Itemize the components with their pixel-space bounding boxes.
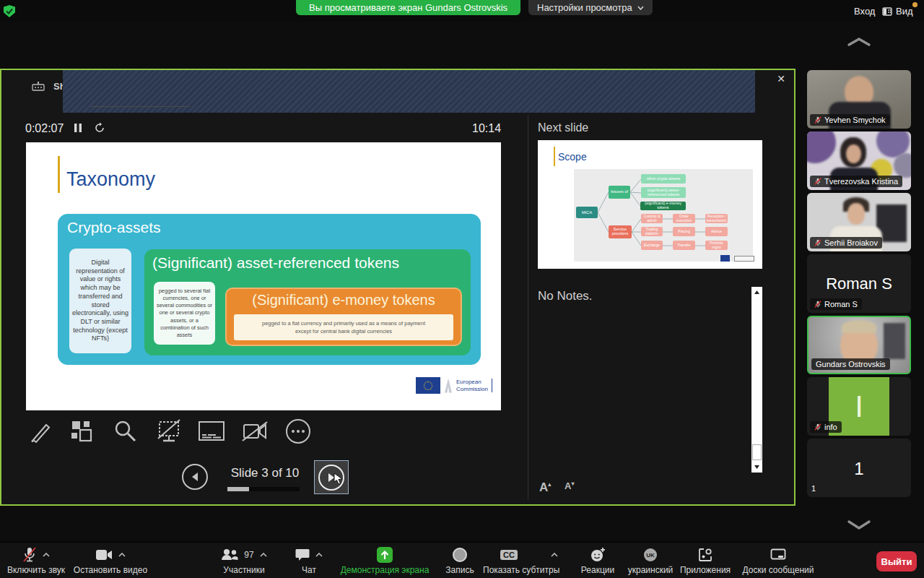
whiteboards-button[interactable]: Доски сообщений	[736, 546, 821, 577]
scrollbar-up-icon[interactable]	[751, 287, 762, 298]
next-slide-label: Next slide	[538, 121, 588, 134]
chat-label: Чат	[302, 565, 316, 575]
participant-display-name: Roman S	[807, 275, 911, 293]
participant-tile[interactable]: Serhii Broiakov	[807, 193, 911, 251]
scope-service-item: Reception / transmission	[705, 214, 728, 223]
european-commission-logo: European Commission	[416, 377, 492, 394]
ec-logo-line1: European	[456, 379, 488, 385]
black-screen-button[interactable]	[153, 415, 185, 447]
decrease-font-button[interactable]: A▾	[565, 480, 574, 491]
captions-button[interactable]: CC Показать субтитры	[483, 546, 575, 577]
see-all-slides-button[interactable]	[66, 415, 97, 447]
pen-tool-button[interactable]	[25, 415, 57, 447]
emt-definition-line1: pegged to a fiat currency and primarily …	[262, 320, 425, 327]
scrollbar-thumb[interactable]	[752, 444, 762, 460]
record-button[interactable]: Запись	[437, 546, 483, 577]
viewing-screen-banner: Вы просматриваете экран Gundars Ostrovsk…	[296, 0, 520, 15]
apps-button[interactable]: Приложения	[675, 546, 736, 577]
muted-mic-icon	[814, 301, 821, 308]
camera-off-button[interactable]	[239, 415, 271, 447]
gallery-scroll-up-button[interactable]	[846, 36, 872, 51]
chat-icon	[295, 548, 310, 561]
divider	[528, 115, 528, 499]
close-icon[interactable]: ✕	[772, 71, 790, 87]
chevron-down-icon	[637, 6, 644, 10]
scope-other-assets-box: other crypto assets	[641, 174, 686, 184]
zoom-slide-button[interactable]	[110, 415, 141, 447]
chevron-up-icon[interactable]	[43, 553, 50, 557]
crypto-definition-box: Digital representation of value or right…	[69, 249, 131, 353]
mouse-cursor-icon	[334, 473, 343, 485]
current-time: 10:14	[472, 122, 501, 135]
participant-tile[interactable]: Roman S Roman S	[807, 254, 911, 313]
chat-button[interactable]: Чат	[284, 546, 334, 577]
cc-icon: CC	[500, 550, 518, 560]
signin-button[interactable]: Вход	[854, 6, 875, 17]
stop-video-label: Остановить видео	[74, 565, 147, 575]
interpretation-label: украинский	[628, 565, 674, 575]
participant-name-label: Roman S	[810, 298, 862, 310]
participant-tile[interactable]: Tverezovska Kristina	[807, 131, 911, 190]
gallery-scroll-down-button[interactable]	[846, 519, 872, 535]
slide-progress-fill	[227, 487, 249, 491]
view-settings-button[interactable]: Настройки просмотра	[528, 0, 653, 15]
apps-icon	[698, 548, 712, 562]
scope-service-item: Custody & admin	[641, 214, 663, 223]
restart-timer-icon[interactable]	[94, 122, 105, 137]
camera-icon	[95, 549, 113, 561]
screen-share-label: Демонстрация экрана	[341, 565, 430, 575]
notes-scrollbar[interactable]	[751, 287, 762, 473]
previous-slide-button[interactable]	[182, 464, 208, 490]
art-definition-text: pegged to several fiat currencies, one o…	[156, 288, 213, 339]
meeting-controls-bar: Включить звук Остановить видео 97	[0, 542, 924, 578]
participant-name-label: Tverezovska Kristina	[810, 176, 902, 187]
art-definition-box: pegged to several fiat currencies, one o…	[154, 282, 215, 345]
chevron-up-icon[interactable]	[118, 553, 126, 557]
scope-service-item: Exchange	[641, 241, 663, 250]
reactions-icon	[590, 547, 606, 563]
presentation-timer: 0:02:07	[25, 122, 64, 135]
next-slide-button[interactable]	[314, 460, 349, 494]
ec-logo-line2: Commission	[456, 386, 488, 392]
view-settings-label: Настройки просмотра	[537, 2, 632, 13]
participant-tile-active-speaker[interactable]: Gundars Ostrovskis	[807, 316, 911, 374]
pause-timer-icon[interactable]	[74, 123, 82, 136]
participant-video	[846, 144, 861, 163]
scrollbar-down-icon[interactable]	[751, 462, 762, 473]
screen-share-button[interactable]: Демонстрация экрана	[336, 546, 434, 577]
chevron-up-icon[interactable]	[551, 553, 558, 557]
participants-icon	[221, 548, 238, 561]
record-label: Запись	[445, 565, 474, 575]
whiteboard-icon	[770, 548, 786, 561]
view-button[interactable]: Вид	[882, 6, 913, 17]
more-options-button[interactable]	[282, 415, 314, 447]
notes-empty-text: No Notes.	[538, 289, 593, 303]
crypto-definition-text: Digital representation of value or right…	[72, 259, 128, 343]
stop-video-button[interactable]: Остановить видео	[71, 546, 150, 577]
participant-tile[interactable]: 1 1	[807, 439, 911, 497]
scope-service-item: Advice	[705, 227, 728, 236]
chevron-up-icon[interactable]	[315, 553, 323, 557]
unmute-button[interactable]: Включить звук	[1, 546, 71, 577]
scope-art-box: (significant) asset-referenced tokens	[641, 187, 686, 198]
crypto-assets-heading: Crypto-assets	[67, 219, 161, 236]
participant-name-label: Gundars Ostrovskis	[811, 358, 890, 370]
participant-tile[interactable]: I info	[807, 377, 911, 436]
participants-button[interactable]: 97 Участники	[208, 546, 280, 577]
participant-tile[interactable]: Yevhen Smychok	[807, 70, 911, 129]
asset-referenced-tokens-heading: (Significant) asset-referenced tokens	[152, 254, 399, 272]
muted-mic-icon	[814, 423, 821, 431]
leave-meeting-button[interactable]: Выйти	[876, 551, 917, 571]
reactions-label: Реакции	[581, 565, 614, 575]
emt-definition-line2: except for central bank digital currenci…	[295, 328, 392, 335]
encryption-shield-icon	[4, 5, 15, 17]
next-slide-thumbnail[interactable]: Scope MiCA Issuers of Service providers …	[538, 140, 762, 269]
reactions-button[interactable]: Реакции	[572, 546, 623, 577]
divider	[90, 106, 190, 107]
chevron-up-icon[interactable]	[260, 553, 267, 557]
interpretation-button[interactable]: UK украинский	[623, 546, 678, 577]
scope-service-item: Portfolio mgmt	[705, 241, 728, 250]
captions-toggle-button[interactable]	[196, 415, 227, 447]
increase-font-button[interactable]: A▴	[539, 480, 551, 495]
scope-service-item: Order execution	[673, 214, 695, 223]
